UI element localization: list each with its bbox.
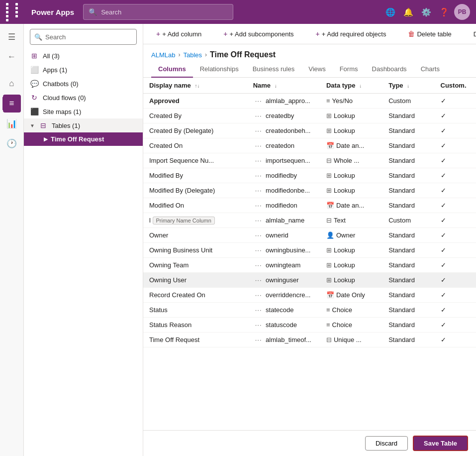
nav-item-apps[interactable]: ⬜ Apps (1) <box>24 63 143 77</box>
tab-dashboards[interactable]: Dashboards <box>365 61 414 78</box>
check-icon: ✓ <box>441 142 446 149</box>
save-table-button[interactable]: Save Table <box>413 436 468 451</box>
cell-type-0: Custom <box>382 94 434 109</box>
app-name: Power Apps <box>31 8 74 16</box>
left-nav-search-input[interactable] <box>45 33 132 41</box>
cell-name-1: ··· createdby <box>247 109 320 123</box>
datatype-icon-12: ⊞ <box>326 276 332 284</box>
data-button[interactable]: Data <box>469 28 476 40</box>
all-icon: ⊞ <box>30 52 39 60</box>
cell-datatype-13: 📅Date Only <box>320 288 382 303</box>
sidebar-icon-back[interactable]: ← <box>3 48 21 66</box>
left-nav: 🔍 ⊞ All (3) ⬜ Apps (1) 💬 Chatbots (0) ↻ … <box>24 24 143 456</box>
sidebar-icon-data[interactable]: 📊 <box>3 114 21 132</box>
help-icon-btn[interactable]: ❓ <box>436 4 452 20</box>
row-menu-13[interactable]: ··· <box>253 291 264 299</box>
add-subcomponents-button[interactable]: + + Add subcomponents <box>218 28 298 40</box>
datatype-icon-0: ≡ <box>326 97 330 105</box>
cell-type-3: Standard <box>382 138 434 153</box>
top-nav-icons: 🌐 🔔 ⚙️ ❓ PB <box>382 4 470 20</box>
col-header-datatype[interactable]: Data type ↓ <box>320 78 382 94</box>
tab-businessrules[interactable]: Business rules <box>246 61 302 78</box>
row-menu-12[interactable]: ··· <box>253 276 264 284</box>
nav-item-sitemaps[interactable]: ⬛ Site maps (1) <box>24 105 143 118</box>
cell-type-14: Standard <box>382 303 434 318</box>
top-nav: Power Apps 🔍 🌐 🔔 ⚙️ ❓ PB <box>0 0 476 24</box>
row-menu-10[interactable]: ··· <box>253 246 264 254</box>
left-nav-search-box[interactable]: 🔍 <box>30 29 137 45</box>
discard-button[interactable]: Discard <box>365 436 408 451</box>
check-icon: ✓ <box>441 127 446 134</box>
row-menu-6[interactable]: ··· <box>253 187 264 194</box>
settings-icon-btn[interactable]: ⚙️ <box>418 4 434 20</box>
cell-type-8: Custom <box>382 213 434 228</box>
global-search-input[interactable] <box>101 8 228 16</box>
tab-forms[interactable]: Forms <box>333 61 365 78</box>
datatype-icon-4: ⊟ <box>326 157 332 164</box>
left-search-icon: 🔍 <box>34 33 42 41</box>
global-search-bar[interactable]: 🔍 <box>83 4 233 20</box>
cell-name-9: ··· ownerid <box>247 228 320 243</box>
cell-name-2: ··· createdonbeh... <box>247 123 320 138</box>
cell-datatype-2: ⊞Lookup <box>320 123 382 138</box>
check-icon: ✓ <box>441 112 446 119</box>
nav-item-tables[interactable]: ▼ ⊟ Tables (1) <box>24 118 143 132</box>
tab-relationships[interactable]: Relationships <box>193 61 246 78</box>
datatype-icon-9: 👤 <box>326 231 334 239</box>
row-menu-11[interactable]: ··· <box>253 261 264 269</box>
col-header-customizable: Custom. <box>435 78 476 94</box>
row-menu-2[interactable]: ··· <box>253 127 264 134</box>
cell-custom-2: ✓ <box>435 123 476 138</box>
tab-views[interactable]: Views <box>301 61 332 78</box>
app-launcher-icon[interactable] <box>6 3 23 21</box>
cell-type-4: Standard <box>382 153 434 168</box>
row-menu-7[interactable]: ··· <box>253 202 264 209</box>
avatar[interactable]: PB <box>454 4 470 20</box>
row-menu-4[interactable]: ··· <box>253 157 264 164</box>
row-menu-14[interactable]: ··· <box>253 306 264 314</box>
add-subcomponents-label: + Add subcomponents <box>230 30 294 38</box>
tab-charts[interactable]: Charts <box>414 61 447 78</box>
check-icon: ✓ <box>441 336 446 343</box>
add-required-button[interactable]: + + Add required objects <box>311 28 391 40</box>
row-menu-0[interactable]: ··· <box>253 97 264 105</box>
nav-item-cloudflows[interactable]: ↻ Cloud flows (0) <box>24 91 143 105</box>
cell-type-16: Standard <box>382 333 434 347</box>
col-header-name[interactable]: Name ↓ <box>247 78 320 94</box>
nav-item-chatbots[interactable]: 💬 Chatbots (0) <box>24 77 143 91</box>
cell-displayname-15: Status Reason <box>143 318 247 333</box>
delete-table-button[interactable]: 🗑 Delete table <box>403 28 456 40</box>
search-icon: 🔍 <box>89 8 97 16</box>
cell-custom-9: ✓ <box>435 228 476 243</box>
row-menu-8[interactable]: ··· <box>253 217 264 224</box>
row-menu-1[interactable]: ··· <box>253 112 264 119</box>
bell-icon-btn[interactable]: 🔔 <box>400 4 416 20</box>
row-menu-15[interactable]: ··· <box>253 321 264 329</box>
breadcrumb-parent[interactable]: Tables <box>183 51 202 59</box>
cell-displayname-4: Import Sequence Nu... <box>143 153 247 168</box>
sidebar-icon-objects[interactable]: ≡ <box>3 95 21 113</box>
col-header-displayname[interactable]: Display name ↑↓ <box>143 78 247 94</box>
cell-displayname-16: Time Off Request <box>143 333 247 347</box>
cell-datatype-5: ⊞Lookup <box>320 168 382 183</box>
globe-icon-btn[interactable]: 🌐 <box>382 4 398 20</box>
breadcrumb-root[interactable]: ALMLab <box>151 51 175 59</box>
sidebar-icon-menu[interactable]: ☰ <box>3 28 21 46</box>
nav-subitem-timeoff[interactable]: ▶ Time Off Request <box>24 132 143 146</box>
row-menu-3[interactable]: ··· <box>253 142 264 149</box>
cell-displayname-1: Created By <box>143 109 247 123</box>
cell-datatype-9: 👤Owner <box>320 228 382 243</box>
sidebar-icon-history[interactable]: 🕐 <box>3 134 21 152</box>
row-menu-9[interactable]: ··· <box>253 231 264 239</box>
add-column-button[interactable]: + + Add column <box>151 28 206 40</box>
row-menu-5[interactable]: ··· <box>253 172 264 179</box>
tab-columns[interactable]: Columns <box>151 61 193 78</box>
cell-displayname-10: Owning Business Unit <box>143 243 247 258</box>
row-menu-16[interactable]: ··· <box>253 336 264 343</box>
col-header-type[interactable]: Type ↓ <box>382 78 434 94</box>
cell-displayname-11: Owning Team <box>143 258 247 273</box>
nav-item-all[interactable]: ⊞ All (3) <box>24 49 143 63</box>
cell-custom-14: ✓ <box>435 303 476 318</box>
sidebar-icon-home[interactable]: ⌂ <box>3 75 21 93</box>
datatype-icon-3: 📅 <box>326 142 334 149</box>
